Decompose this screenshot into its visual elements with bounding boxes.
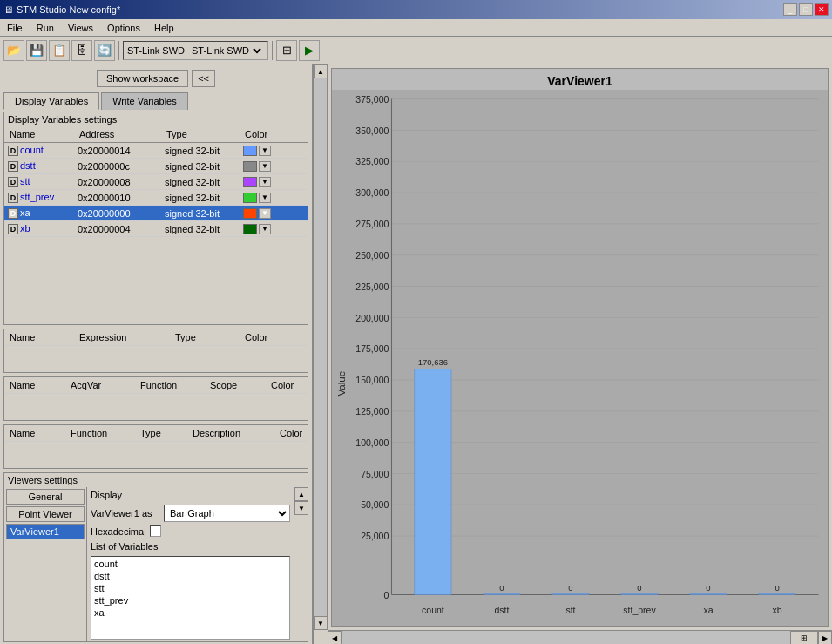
svg-text:dstt: dstt [494,605,509,615]
open-button[interactable]: 📂 [3,40,24,61]
list-item[interactable]: count [92,558,288,570]
function-header: Name Function Type Description Color [4,425,308,442]
color-picker-button[interactable]: ▼ [259,193,271,203]
color-box [243,224,257,234]
grid-button[interactable]: ⊞ [276,40,297,61]
varviewer-as-label: VarViewer1 as [91,508,160,519]
menu-views[interactable]: Views [64,22,97,34]
svg-text:0: 0 [706,583,710,593]
tab-display-variables[interactable]: Display Variables [3,92,99,110]
header-address: Address [78,128,165,140]
func-header-function: Function [69,427,139,439]
right-panel: ▲ ▼ VarViewer1 Value [314,64,832,644]
chart-scroll-track-v [314,78,327,616]
color-picker-button[interactable]: ▼ [259,177,271,187]
maximize-button[interactable]: □ [799,3,813,16]
chart-page-btn1[interactable]: ⊞ [790,631,818,644]
variable-row[interactable]: Dstt_prev0x20000010signed 32-bit▼ [4,190,308,206]
list-item[interactable]: dstt [92,570,288,582]
workspace-arrow-button[interactable]: << [192,70,215,87]
expr-header-expression: Expression [78,331,173,343]
scroll-down-button[interactable]: ▼ [294,501,308,515]
var-color-cell: ▼ [241,223,285,235]
header-name: Name [8,128,78,140]
svg-text:25,000: 25,000 [361,531,389,541]
var-address-cell: 0x20000000 [76,207,163,220]
display-label-row: Display [91,489,290,501]
connection-mode-dropdown[interactable]: ST-Link SWD [188,44,264,57]
chart-scroll-right[interactable]: ▶ [818,631,832,644]
display-variables-header: Name Address Type Color [4,126,308,143]
general-button[interactable]: General [6,489,85,505]
svg-text:150,000: 150,000 [355,375,389,385]
var-viewer1-item[interactable]: VarViewer1 [6,524,85,539]
var-name-cell: Dxa [6,207,76,220]
var-type-cell: signed 32-bit [163,207,241,220]
svg-text:325,000: 325,000 [355,156,389,166]
list-item[interactable]: stt [92,582,288,594]
color-box [243,208,257,219]
refresh-button[interactable]: 🔄 [94,40,115,61]
color-picker-button[interactable]: ▼ [259,224,271,234]
variable-rows-container: Dcount0x20000014signed 32-bit▼Ddstt0x200… [4,143,308,237]
menu-options[interactable]: Options [104,22,144,34]
menu-run[interactable]: Run [33,22,57,34]
connection-mode-label: ST-Link SWD [127,45,185,56]
variable-row[interactable]: Ddstt0x2000000csigned 32-bit▼ [4,159,308,174]
func-header-name: Name [8,427,69,439]
list-item[interactable]: stt_prev [92,594,288,607]
var-name-cell: Dstt_prev [6,191,76,204]
acquisition-section: Name AcqVar Function Scope Color [3,376,308,421]
menu-file[interactable]: File [3,22,26,34]
variable-row[interactable]: Dstt0x20000008signed 32-bit▼ [4,174,308,190]
close-button[interactable]: ✕ [815,3,829,16]
expression-section: Name Expression Type Color [3,329,308,373]
hexadecimal-checkbox[interactable] [150,525,161,537]
play-button[interactable]: ▶ [299,40,320,61]
viewers-scrollbar[interactable]: ▲ ▼ [294,487,308,641]
var-type-cell: signed 32-bit [163,192,241,204]
viewers-content: General Point Viewer VarViewer1 Display … [4,487,308,641]
svg-rect-2 [391,99,818,595]
display-type-select[interactable]: Bar Graph Line Graph Table [164,505,290,522]
point-viewer-button[interactable]: Point Viewer [6,506,85,522]
menu-help[interactable]: Help [151,22,178,34]
chart-scroll-up[interactable]: ▲ [314,64,328,78]
menu-bar: File Run Views Options Help [0,19,832,37]
list-item[interactable]: xa [92,607,288,619]
var-address-cell: 0x20000014 [76,145,163,157]
variable-row[interactable]: Dcount0x20000014signed 32-bit▼ [4,143,308,159]
main-layout: Show workspace << Display Variables Writ… [0,64,832,644]
viewers-right-panel: Display VarViewer1 as Bar Graph Line Gra… [87,487,294,641]
color-box [243,177,257,187]
copy-button[interactable]: 📋 [49,40,70,61]
function-section: Name Function Type Description Color [3,424,308,469]
color-picker-button[interactable]: ▼ [259,146,271,156]
var-color-cell: ▼ [241,192,285,204]
color-picker-button[interactable]: ▼ [259,208,271,219]
chart-scroll-left[interactable]: ◀ [328,631,342,644]
color-picker-button[interactable]: ▼ [259,161,271,172]
svg-text:xa: xa [703,605,713,615]
svg-text:Value: Value [336,371,347,397]
chart-h-scrollbar[interactable]: ◀ ⊞ ▶ [328,630,832,644]
tab-write-variables[interactable]: Write Variables [101,92,188,110]
var-color-cell: ▼ [241,176,285,188]
chart-scroll-down[interactable]: ▼ [314,616,328,630]
variable-row[interactable]: Dxb0x20000004signed 32-bit▼ [4,221,308,237]
toolbar-separator1 [118,41,119,60]
connection-mode-select[interactable]: ST-Link SWD ST-Link SWD [123,41,268,60]
save2-button[interactable]: 🗄 [71,40,92,61]
save-button[interactable]: 💾 [26,40,47,61]
show-workspace-button[interactable]: Show workspace [97,70,188,87]
scroll-up-button[interactable]: ▲ [294,487,308,501]
hexadecimal-label: Hexadecimal [91,526,146,537]
chart-v-scrollbar-left[interactable]: ▲ ▼ [314,64,328,630]
variable-row[interactable]: Dxa0x20000000signed 32-bit▼ [4,206,308,221]
chart-scroll-track-h [342,631,790,644]
var-color-cell: ▼ [241,207,285,220]
title-bar-controls[interactable]: _ □ ✕ [783,3,829,16]
minimize-button[interactable]: _ [783,3,797,16]
variables-list-box[interactable]: countdsttsttstt_prevxa [91,556,290,640]
svg-text:300,000: 300,000 [355,187,389,198]
